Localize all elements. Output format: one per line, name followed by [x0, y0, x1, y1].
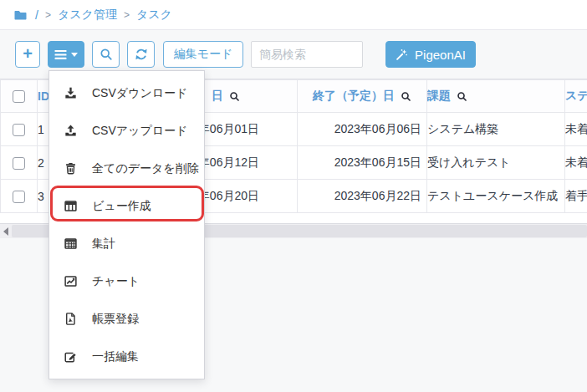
menu-item-label: 全てのデータを削除 — [92, 161, 199, 176]
list-menu-dropdown: CSVダウンロード CSVアップロード 全てのデータを削除 ビュー作成 集計 — [48, 70, 205, 379]
breadcrumb-separator: > — [124, 9, 130, 21]
create-view-icon — [63, 199, 78, 213]
cell-task[interactable]: テストユースケース作成 — [427, 180, 565, 213]
menu-item-bulk-edit[interactable]: 一括編集 — [49, 338, 204, 375]
column-search-icon[interactable] — [229, 91, 240, 102]
breadcrumb-item-task[interactable]: タスク — [136, 8, 172, 23]
search-button[interactable] — [92, 41, 120, 68]
column-search-icon[interactable] — [457, 91, 467, 102]
column-search-icon[interactable] — [401, 91, 411, 102]
breadcrumb-root-link[interactable]: / — [35, 8, 38, 22]
pigeon-ai-label: PigeonAI — [415, 48, 466, 62]
menu-item-create-view[interactable]: ビュー作成 — [49, 187, 204, 225]
menu-item-label: ビュー作成 — [92, 199, 151, 214]
cell-end-date[interactable]: 2023年06月22日 — [298, 180, 427, 213]
header-status[interactable]: ステータス — [565, 80, 587, 113]
menu-item-label: CSVダウンロード — [92, 86, 187, 101]
header-id-label: ID — [38, 89, 49, 103]
row-checkbox[interactable] — [13, 191, 25, 203]
edit-mode-button[interactable]: 編集モード — [163, 41, 243, 68]
hamburger-icon — [54, 49, 67, 60]
refresh-button[interactable] — [127, 41, 155, 68]
row-select-cell[interactable] — [1, 180, 38, 213]
header-end-date-label: 終了（予定）日 — [313, 89, 395, 104]
menu-item-csv-upload[interactable]: CSVアップロード — [49, 112, 204, 150]
quick-search-input[interactable] — [251, 41, 363, 68]
cell-end-date[interactable]: 2023年06月15日 — [298, 146, 427, 180]
menu-item-label: 一括編集 — [92, 349, 139, 364]
bulk-edit-icon — [63, 349, 78, 364]
header-status-label: ステータス — [565, 89, 587, 104]
header-task[interactable]: 課題 — [427, 80, 565, 113]
csv-upload-icon — [63, 124, 78, 138]
row-select-cell[interactable] — [1, 146, 38, 180]
menu-item-label: チャート — [92, 274, 140, 289]
chevron-down-icon — [71, 53, 78, 57]
cell-task[interactable]: 受け入れテスト — [427, 146, 565, 180]
cell-status[interactable]: 未着手 — [565, 146, 587, 180]
app-window: / > タスク管理 > タスク + — [0, 0, 587, 392]
chart-icon — [63, 274, 78, 288]
menu-item-csv-download[interactable]: CSVダウンロード — [49, 74, 204, 112]
header-end-date[interactable]: 終了（予定）日 — [298, 80, 427, 113]
menu-item-label: CSVアップロード — [92, 124, 187, 139]
magic-wand-icon — [396, 48, 408, 61]
new-record-button[interactable]: + — [15, 41, 40, 68]
menu-item-delete-all[interactable]: 全てのデータを削除 — [49, 150, 204, 187]
cell-status[interactable]: 着手 — [565, 180, 587, 213]
header-task-label: 課題 — [427, 89, 451, 104]
menu-item-aggregate[interactable]: 集計 — [49, 225, 204, 262]
search-icon — [100, 48, 113, 61]
menu-item-chart[interactable]: チャート — [49, 262, 204, 300]
aggregate-icon — [63, 237, 78, 251]
breadcrumb: / > タスク管理 > タスク — [0, 0, 587, 30]
csv-download-icon — [63, 86, 78, 100]
row-checkbox[interactable] — [13, 124, 25, 136]
menu-item-report[interactable]: 帳票登録 — [49, 300, 204, 338]
row-checkbox[interactable] — [13, 157, 25, 170]
row-select-cell[interactable] — [1, 113, 38, 146]
breadcrumb-item-task-management[interactable]: タスク管理 — [58, 8, 117, 23]
pigeon-ai-button[interactable]: PigeonAI — [385, 41, 476, 68]
cell-task[interactable]: システム構築 — [427, 113, 565, 146]
menu-item-label: 帳票登録 — [92, 312, 139, 327]
cell-end-date[interactable]: 2023年06月06日 — [298, 113, 427, 146]
cell-status[interactable]: 未着手 — [565, 113, 587, 146]
list-menu-button[interactable] — [48, 41, 84, 68]
folder-icon — [13, 8, 28, 22]
header-select-all[interactable] — [1, 80, 38, 113]
breadcrumb-separator: > — [45, 9, 51, 21]
select-all-checkbox[interactable] — [13, 90, 25, 103]
menu-item-label: 集計 — [92, 237, 115, 252]
scroll-left-arrow-icon[interactable] — [3, 227, 8, 236]
refresh-icon — [135, 48, 148, 61]
trash-icon — [63, 161, 78, 176]
report-icon — [63, 312, 78, 326]
